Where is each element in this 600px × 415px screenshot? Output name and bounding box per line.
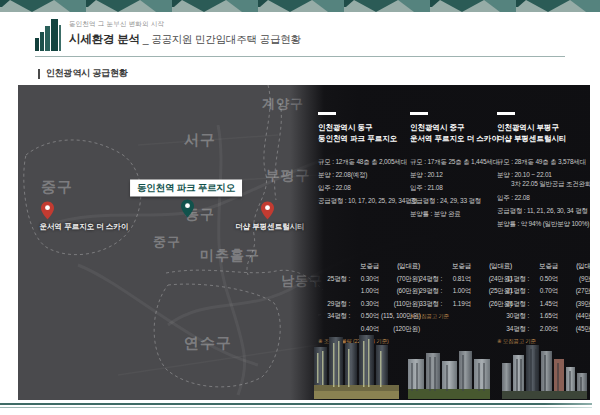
- deposit-header: 보증금: [531, 260, 558, 273]
- price-table-spacer: [410, 260, 442, 273]
- panel-dash-icon: [318, 112, 336, 115]
- panel-detail-line: 공급평형 : 10, 17, 20, 25, 29, 34평형: [318, 194, 410, 207]
- price-row-deposit: 0.30억: [352, 298, 379, 311]
- price-row-size: 34평형 :: [318, 310, 350, 323]
- district-label: 중구: [153, 233, 181, 251]
- price-row-rent: (9만원): [560, 273, 590, 286]
- section-title-block: 인천광역시 공급현황: [38, 67, 128, 80]
- panel-detail-line: 분양률 : 분양 완료: [410, 207, 502, 220]
- price-row-deposit: 0.81억: [444, 273, 471, 286]
- rent-header: (임대료): [560, 260, 590, 273]
- panel-detail-line: 입주 : 22.08: [497, 191, 589, 204]
- price-row-deposit: 1.45억: [531, 298, 558, 311]
- marker-label-highlighted: 동인천역 파크 푸르지오: [130, 180, 242, 197]
- panel-detail-line: 분양률 : 약 94% (일반분양 100%): [497, 217, 589, 230]
- price-row-size: 29평형 :: [318, 298, 350, 311]
- incheon-map: 계양구서구중구부평구동구중구미추홀구남동구연수구 운서역 푸르지오 더 스카이동…: [18, 85, 590, 400]
- panel-detail-line: 공급평형 : 11, 21, 26, 30, 34 평형: [497, 204, 589, 217]
- price-table-spacer: [318, 260, 350, 273]
- price-row-size: 26평형 :: [497, 298, 529, 311]
- panel-complex-name: 동인천역 파크 푸르지오: [318, 133, 410, 144]
- panel-region: 인천광역시 부평구: [497, 122, 589, 133]
- price-row-deposit: 1.65억: [531, 310, 558, 323]
- panel-detail-line: 규모 : 12개동 48층 총 2,005세대: [318, 155, 410, 168]
- header-divider: [35, 56, 565, 57]
- price-row-size: [318, 285, 350, 298]
- page-title-strong: 시세환경 분석: [69, 33, 140, 45]
- price-table-grid: 보증금(임대료)24평형 :0.81억(24만원)29평형 :1.00억(25만…: [410, 260, 502, 310]
- page-title-rest: _ 공공지원 민간임대주택 공급현황: [143, 33, 301, 45]
- price-row-size: 11평형 :: [497, 273, 529, 286]
- price-row-size: 33평형 :: [410, 298, 442, 311]
- slide-canvas: { "top": { "tagline": "동인천역 그 눈부신 변화의 시작…: [0, 0, 600, 415]
- map-pin-red-icon: [41, 201, 54, 224]
- price-row-size: 24평형 :: [410, 273, 442, 286]
- price-table-spacer: [497, 260, 529, 273]
- marker-label: 운서역 푸르지오 더 스카이: [40, 222, 129, 232]
- panel-region: 인천광역시 동구: [318, 122, 410, 133]
- apartment-photos-strip: [312, 333, 590, 399]
- panel-detail-line: 입주 : 21.08: [410, 181, 502, 194]
- price-row-deposit: 0.50억: [352, 310, 379, 323]
- district-label: 연수구: [184, 334, 232, 353]
- panel-dash-icon: [410, 112, 428, 115]
- panel-details: 규모 : 28개동 49층 총 3,578세대분양 : 20.10 ~ 22.0…: [497, 155, 589, 230]
- top-decorative-banner: [0, 0, 600, 12]
- price-row-rent: (39만원): [560, 298, 590, 311]
- price-row-deposit: 0.30억: [352, 273, 379, 286]
- panel-detail-line: 분양 : 22.08(예정): [318, 168, 410, 181]
- deposit-header: 보증금: [444, 260, 471, 273]
- panel-details: 규모 : 12개동 48층 총 2,005세대분양 : 22.08(예정)입주 …: [318, 155, 410, 207]
- price-row-size: 21평형 :: [497, 285, 529, 298]
- panel-dash-icon: [497, 112, 515, 115]
- panel-detail-line: 규모 : 28개동 49층 총 3,578세대: [497, 155, 589, 168]
- price-table-note: ※ 모집공고 기준: [410, 313, 502, 320]
- panel-detail-line: 입주 : 22.08: [318, 181, 410, 194]
- district-label: 중구: [41, 178, 73, 197]
- price-row-size: 29평형 :: [410, 285, 442, 298]
- page-title: 시세환경 분석_ 공공지원 민간임대주택 공급현황: [69, 32, 301, 47]
- map-pin-teal-icon: [181, 199, 194, 222]
- panel-detail-line: 분양 : 20.12: [410, 168, 502, 181]
- panel-complex-name: 운서역 푸르지오 더 스카이: [410, 133, 502, 144]
- price-row-deposit: 0.50억: [531, 273, 558, 286]
- price-row-deposit: 1.00억: [444, 285, 471, 298]
- price-row-size: 25평형 :: [318, 273, 350, 286]
- price-row-size: 30평형 :: [497, 310, 529, 323]
- district-label: 서구: [184, 131, 216, 150]
- price-table-grid: 보증금(임대료)11평형 :0.50억(9만원)21평형 :0.70억(27만원…: [497, 260, 589, 335]
- section-title-bar: [38, 69, 40, 79]
- deposit-header: 보증금: [352, 260, 379, 273]
- map-pin-red-icon: [261, 201, 274, 224]
- footer-rule-bottom: [0, 407, 592, 408]
- price-row-rent: (27만원): [560, 285, 590, 298]
- panel-detail-line: 규모 : 17개동 25층 총 1,445세대: [410, 155, 502, 168]
- panel-complex-name: 더샵 부평센트럴시티: [497, 133, 589, 144]
- price-row-rent: (44만원): [560, 310, 590, 323]
- price-table-grid: 보증금(임대료)25평형 :0.30억(70만원)1.00억(60만원)29평형…: [318, 260, 410, 335]
- panel-detail-line: 공급평형 : 24, 29, 33 평형: [410, 194, 502, 207]
- footer-rule-top: [0, 403, 592, 405]
- price-table: 보증금(임대료)24평형 :0.81억(24만원)29평형 :1.00억(25만…: [410, 260, 502, 320]
- price-row-deposit: 0.70억: [531, 285, 558, 298]
- panel-region: 인천광역시 중구: [410, 122, 502, 133]
- district-label: 미추홀구: [200, 247, 260, 265]
- price-row-deposit: 1.19억: [444, 298, 471, 311]
- company-logo-icon: [35, 19, 61, 51]
- section-title: 인천광역시 공급현황: [46, 67, 128, 80]
- header-tagline: 동인천역 그 눈부신 변화의 시작: [69, 20, 301, 29]
- panel-detail-line: 3차 22.05 일반공급 조건완화: [497, 179, 589, 189]
- panel-details: 규모 : 17개동 25층 총 1,445세대분양 : 20.12입주 : 21…: [410, 155, 502, 220]
- price-row-deposit: 1.00억: [352, 285, 379, 298]
- slide-header: 동인천역 그 눈부신 변화의 시작 시세환경 분석_ 공공지원 민간임대주택 공…: [35, 17, 301, 55]
